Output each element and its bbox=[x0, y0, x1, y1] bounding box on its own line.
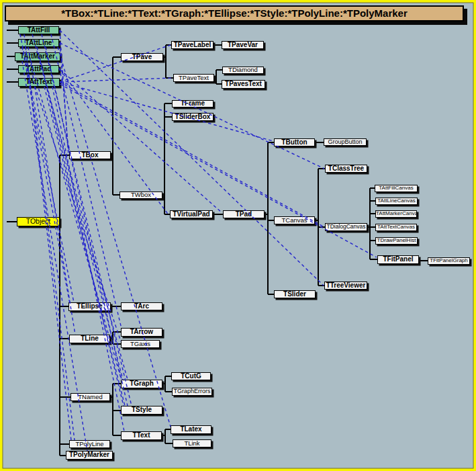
reference-dashed-line bbox=[60, 78, 173, 82]
reference-dashed-line bbox=[60, 69, 169, 216]
reference-dashed-line bbox=[60, 30, 324, 286]
reference-dashed-line bbox=[60, 69, 222, 213]
reference-dashed-line bbox=[28, 47, 75, 335]
reference-dashed-line bbox=[51, 34, 122, 329]
multiple-inheritance-dashed-lines bbox=[0, 0, 476, 471]
reference-dashed-line bbox=[26, 47, 75, 440]
reference-dashed-line bbox=[60, 43, 324, 169]
reference-dashed-line bbox=[42, 34, 132, 406]
class-tree-canvas: TAttFillTAttLineTAttMarkerTAttPadTAttTex… bbox=[0, 0, 476, 471]
reference-dashed-line bbox=[40, 61, 124, 406]
reference-dashed-line bbox=[22, 61, 87, 451]
diagram-title-pave[interactable]: *TBox:*TLine:*TText:*TGraph:*TEllipse:*T… bbox=[5, 5, 464, 22]
reference-dashed-line bbox=[58, 47, 171, 427]
reference-dashed-line bbox=[60, 84, 377, 257]
